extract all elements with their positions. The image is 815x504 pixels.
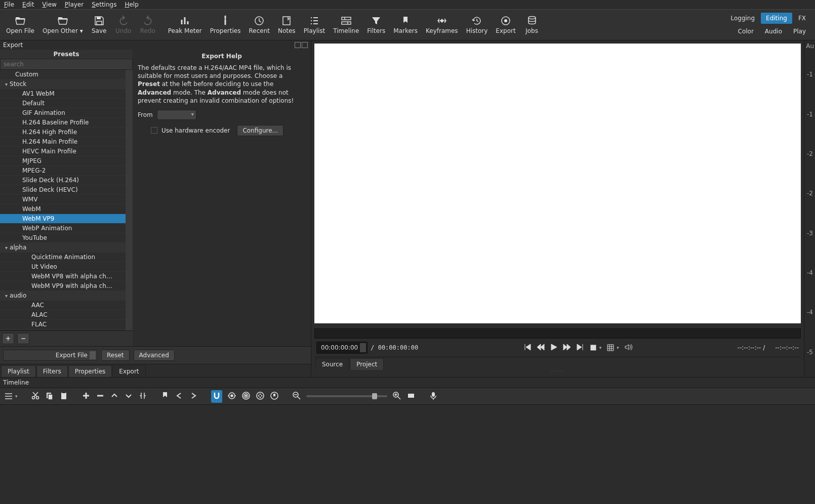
copy-button[interactable] bbox=[45, 391, 54, 402]
menu-help[interactable]: Help bbox=[125, 1, 138, 8]
preset-item[interactable]: Slide Deck (HEVC) bbox=[0, 185, 133, 195]
menu-player[interactable]: Player bbox=[65, 1, 84, 8]
ripple-markers-button[interactable] bbox=[270, 391, 279, 402]
tab-filters[interactable]: Filters bbox=[36, 365, 68, 377]
fast-forward-button[interactable] bbox=[563, 343, 571, 353]
save-button[interactable]: Save bbox=[87, 11, 111, 39]
scrub-audio-button[interactable] bbox=[227, 391, 236, 402]
player-tab-project[interactable]: Project bbox=[350, 358, 384, 370]
export-button[interactable]: Export bbox=[492, 11, 519, 39]
video-canvas[interactable] bbox=[314, 44, 801, 323]
preset-item[interactable]: WebM bbox=[0, 204, 133, 214]
undo-button[interactable]: Undo bbox=[111, 11, 136, 39]
advanced-button[interactable]: Advanced bbox=[134, 350, 175, 361]
preset-item[interactable]: Default bbox=[0, 99, 133, 108]
preset-item[interactable]: WebM VP9 bbox=[0, 214, 133, 224]
close-panel-icon[interactable] bbox=[302, 42, 308, 48]
preset-item[interactable]: WebP Animation bbox=[0, 224, 133, 233]
snap-button[interactable] bbox=[211, 390, 222, 403]
peak-meter-button[interactable]: Peak Meter bbox=[164, 11, 206, 39]
layout-play-button[interactable]: Play bbox=[788, 26, 811, 37]
preset-item[interactable]: GIF Animation bbox=[0, 108, 133, 118]
history-button[interactable]: History bbox=[462, 11, 492, 39]
preset-item[interactable]: H.264 Baseline Profile bbox=[0, 118, 133, 128]
preset-item[interactable]: Ut Video bbox=[0, 262, 133, 272]
reset-button[interactable]: Reset bbox=[101, 350, 130, 361]
preset-item[interactable]: audio bbox=[0, 291, 133, 301]
preset-item[interactable]: H.264 Main Profile bbox=[0, 137, 133, 147]
undock-icon[interactable] bbox=[295, 42, 301, 48]
tab-playlist[interactable]: Playlist bbox=[1, 365, 36, 377]
lift-button[interactable] bbox=[110, 391, 119, 402]
tab-properties[interactable]: Properties bbox=[68, 365, 112, 377]
preset-item[interactable]: Slide Deck (H.264) bbox=[0, 176, 133, 185]
record-audio-button[interactable] bbox=[429, 391, 438, 402]
zoom-slider[interactable] bbox=[306, 395, 387, 397]
menu-settings[interactable]: Settings bbox=[92, 1, 116, 8]
open-file-button[interactable]: Open File bbox=[2, 11, 38, 39]
preset-item[interactable]: AAC bbox=[0, 301, 133, 310]
menu-view[interactable]: View bbox=[42, 1, 56, 8]
preset-item[interactable]: FLAC bbox=[0, 320, 133, 329]
timecode-input[interactable]: 00:00:00:00 bbox=[316, 342, 368, 354]
menu-file[interactable]: File bbox=[4, 1, 14, 8]
split-button[interactable] bbox=[138, 391, 147, 402]
preset-item[interactable]: WebM VP9 with alpha ch… bbox=[0, 281, 133, 291]
volume-button[interactable] bbox=[624, 343, 632, 353]
next-marker-button[interactable] bbox=[189, 391, 198, 402]
preset-item[interactable]: HEVC Main Profile bbox=[0, 147, 133, 156]
redo-button[interactable]: Redo bbox=[136, 11, 160, 39]
preset-item[interactable]: H.264 High Profile bbox=[0, 128, 133, 137]
export-file-spin[interactable]: Export File bbox=[3, 350, 97, 361]
skip-prev-button[interactable] bbox=[523, 343, 532, 353]
markers-button[interactable]: Markers bbox=[389, 11, 422, 39]
configure-button[interactable]: Configure... bbox=[237, 125, 283, 136]
timeline-tracks[interactable] bbox=[0, 405, 815, 504]
preset-item[interactable]: MP3 bbox=[0, 329, 133, 330]
layout-color-button[interactable]: Color bbox=[733, 26, 759, 37]
timeline-menu-button[interactable] bbox=[4, 392, 18, 401]
preset-item[interactable]: MPEG-2 bbox=[0, 166, 133, 176]
preset-item[interactable]: WebM VP8 with alpha ch… bbox=[0, 272, 133, 281]
preset-tree[interactable]: CustomStockAV1 WebMDefaultGIF AnimationH… bbox=[0, 70, 133, 330]
recent-button[interactable]: Recent bbox=[244, 11, 273, 39]
preset-item[interactable]: Custom bbox=[0, 70, 133, 79]
prev-marker-button[interactable] bbox=[175, 391, 184, 402]
remove-preset-button[interactable]: − bbox=[17, 333, 29, 344]
hardware-encoder-checkbox[interactable] bbox=[151, 127, 157, 134]
filters-button[interactable]: Filters bbox=[363, 11, 389, 39]
overwrite-button[interactable] bbox=[124, 391, 133, 402]
layout-editing-button[interactable]: Editing bbox=[761, 13, 792, 24]
from-dropdown[interactable] bbox=[157, 110, 196, 120]
tab-export[interactable]: Export bbox=[112, 365, 145, 377]
layout-fx-button[interactable]: FX bbox=[793, 13, 811, 24]
ripple-button[interactable] bbox=[241, 391, 251, 402]
player-tab-source[interactable]: Source bbox=[315, 358, 349, 370]
rewind-button[interactable] bbox=[537, 343, 545, 353]
paste-button[interactable] bbox=[59, 391, 68, 402]
skip-next-button[interactable] bbox=[576, 343, 584, 353]
keyframes-button[interactable]: Keyframes bbox=[422, 11, 462, 39]
preset-item[interactable]: AV1 WebM bbox=[0, 89, 133, 99]
zoom-mode-button[interactable] bbox=[589, 344, 602, 352]
scrub-bar[interactable] bbox=[314, 328, 801, 339]
layout-logging-button[interactable]: Logging bbox=[725, 13, 760, 24]
play-button[interactable] bbox=[550, 343, 558, 353]
ripple-all-button[interactable] bbox=[256, 391, 265, 402]
zoom-out-button[interactable] bbox=[292, 391, 301, 402]
properties-button[interactable]: Properties bbox=[206, 11, 245, 39]
preset-item[interactable]: Stock bbox=[0, 79, 133, 89]
notes-button[interactable]: Notes bbox=[274, 11, 300, 39]
preset-item[interactable]: MJPEG bbox=[0, 156, 133, 166]
playlist-button[interactable]: Playlist bbox=[300, 11, 330, 39]
open-other-button[interactable]: Open Other ▾ bbox=[38, 11, 87, 39]
remove-button[interactable] bbox=[96, 391, 105, 402]
preset-item[interactable]: YouTube bbox=[0, 233, 133, 243]
preset-item[interactable]: ALAC bbox=[0, 310, 133, 320]
preset-search-input[interactable] bbox=[0, 59, 133, 70]
zoom-in-button[interactable] bbox=[392, 391, 401, 402]
timeline-button[interactable]: Timeline bbox=[329, 11, 363, 39]
splitter-handle[interactable]: ······ bbox=[314, 370, 801, 374]
zoom-fit-button[interactable] bbox=[406, 391, 416, 402]
preset-item[interactable]: alpha bbox=[0, 243, 133, 253]
